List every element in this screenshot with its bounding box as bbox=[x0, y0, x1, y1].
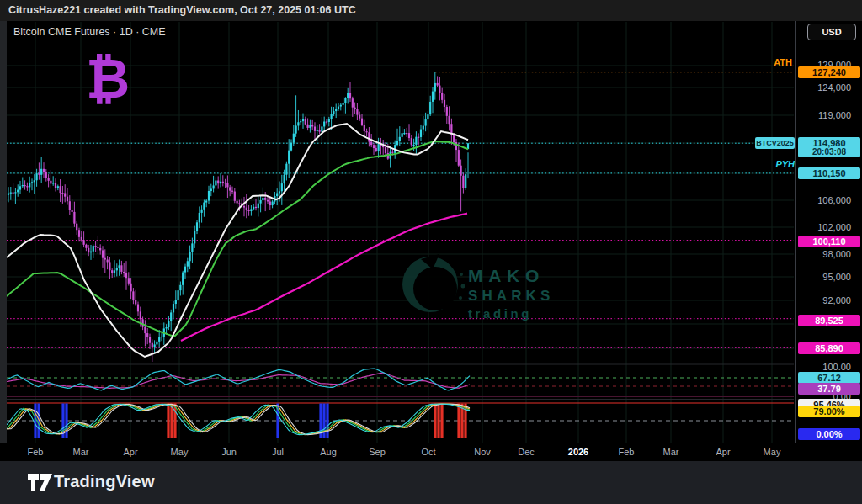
pyh-label: PYH bbox=[775, 159, 795, 169]
time-axis-label: Aug bbox=[320, 447, 337, 457]
time-axis-label: Nov bbox=[474, 447, 491, 457]
bitcoin-logo-icon: ₿ bbox=[86, 52, 130, 106]
time-axis-label: Dec bbox=[518, 447, 535, 457]
price-tick: 98,000 bbox=[822, 249, 851, 259]
osc-purple-value-badge: 37.79 bbox=[798, 383, 860, 395]
time-axis-label: May bbox=[171, 447, 189, 457]
footer-bar: TradingView bbox=[0, 461, 862, 504]
price-tick: 92,000 bbox=[822, 295, 851, 305]
ath-label: ATH bbox=[774, 57, 792, 67]
time-axis[interactable]: FebMarAprMayJunJulAugSepOctNovDec2026Feb… bbox=[0, 443, 862, 462]
level-100110-badge: 100,110 bbox=[798, 236, 860, 247]
price-tick: 95,000 bbox=[822, 272, 851, 282]
contract-label-badge: BTCV2025 bbox=[755, 137, 795, 149]
last-price-badge: 114,98020:03:08 bbox=[798, 137, 860, 157]
time-axis-label: Apr bbox=[716, 447, 730, 457]
time-axis-label: Jun bbox=[221, 447, 237, 457]
time-axis-label: 2026 bbox=[568, 447, 588, 457]
time-axis-label: Mar bbox=[73, 447, 89, 457]
shark-logo-icon bbox=[396, 249, 465, 320]
price-scale[interactable]: USD 129,000124,000119,000106,000102,0009… bbox=[795, 21, 862, 443]
ath-price-badge: 127,240 bbox=[798, 66, 860, 78]
time-axis-label: Sep bbox=[369, 447, 386, 457]
tradingview-screenshot: { "top_bar": {"attribution": "CitrusHaze… bbox=[0, 0, 862, 504]
watermark-line3: trading bbox=[468, 306, 554, 321]
tradingview-logo-icon[interactable] bbox=[28, 474, 53, 492]
price-tick: 124,000 bbox=[817, 82, 851, 93]
currency-button[interactable]: USD bbox=[807, 24, 856, 40]
time-axis-label: Oct bbox=[421, 447, 435, 457]
pyh-price-badge: 110,150 bbox=[798, 167, 860, 179]
watermark-text: MAKO SHARKS trading bbox=[468, 266, 554, 321]
countdown-timer: 20:03:08 bbox=[798, 147, 860, 157]
time-axis-label: Mar bbox=[663, 447, 679, 457]
left-margin-strip bbox=[0, 21, 7, 461]
tradingview-brand[interactable]: TradingView bbox=[54, 472, 155, 491]
watermark: MAKO SHARKS trading bbox=[396, 249, 465, 323]
price-tick: 100.00 bbox=[822, 362, 851, 372]
watermark-line1: MAKO bbox=[468, 266, 554, 286]
watermark-line2: SHARKS bbox=[468, 288, 554, 305]
attribution-text: CitrusHaze221 created with TradingView.c… bbox=[8, 0, 356, 21]
time-axis-label: Jul bbox=[272, 447, 284, 457]
attribution-bar: CitrusHaze221 created with TradingView.c… bbox=[0, 0, 862, 21]
price-tick: 119,000 bbox=[818, 110, 851, 120]
osc2-blue-value-badge: 0.00% bbox=[798, 428, 860, 440]
time-axis-label: Apr bbox=[123, 447, 137, 457]
symbol-title[interactable]: Bitcoin CME Futures · 1D · CME bbox=[13, 26, 166, 38]
price-tick: 102,000 bbox=[817, 222, 851, 232]
time-axis-label: May bbox=[764, 447, 781, 457]
level-89525-badge: 89,525 bbox=[798, 315, 860, 326]
osc2-yellow-value-badge: 79.00% bbox=[798, 406, 860, 417]
time-axis-label: Feb bbox=[619, 447, 635, 457]
time-axis-label: Feb bbox=[28, 447, 44, 457]
price-tick: 106,000 bbox=[817, 195, 851, 205]
osc-cyan-value-badge: 67.12 bbox=[798, 372, 860, 384]
level-85890-badge: 85,890 bbox=[798, 342, 860, 354]
